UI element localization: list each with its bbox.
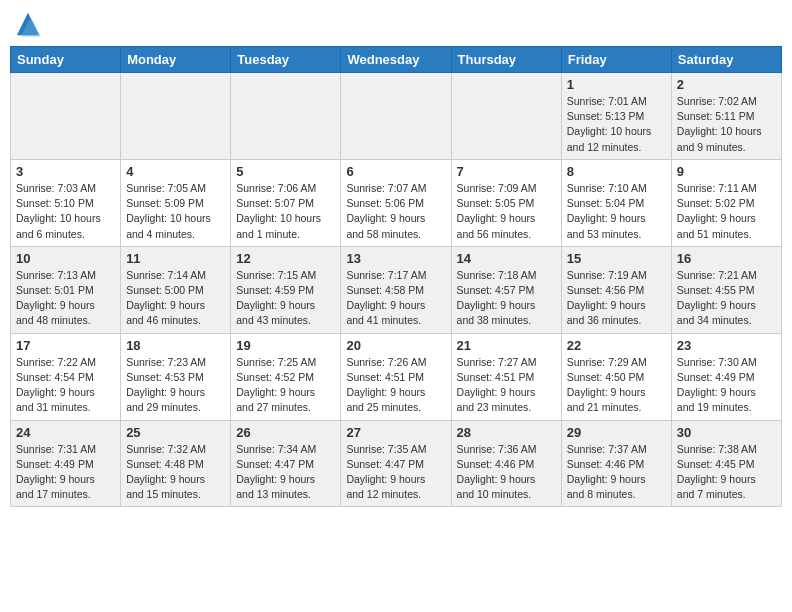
calendar-cell: 6Sunrise: 7:07 AM Sunset: 5:06 PM Daylig… (341, 159, 451, 246)
calendar-cell: 18Sunrise: 7:23 AM Sunset: 4:53 PM Dayli… (121, 333, 231, 420)
day-number: 16 (677, 251, 776, 266)
day-number: 1 (567, 77, 666, 92)
day-number: 11 (126, 251, 225, 266)
day-number: 27 (346, 425, 445, 440)
calendar-cell: 2Sunrise: 7:02 AM Sunset: 5:11 PM Daylig… (671, 73, 781, 160)
calendar-cell: 28Sunrise: 7:36 AM Sunset: 4:46 PM Dayli… (451, 420, 561, 507)
logo-icon (14, 10, 42, 38)
day-info: Sunrise: 7:17 AM Sunset: 4:58 PM Dayligh… (346, 268, 445, 329)
day-info: Sunrise: 7:32 AM Sunset: 4:48 PM Dayligh… (126, 442, 225, 503)
day-number: 26 (236, 425, 335, 440)
day-info: Sunrise: 7:06 AM Sunset: 5:07 PM Dayligh… (236, 181, 335, 242)
day-header-thursday: Thursday (451, 47, 561, 73)
calendar-cell: 29Sunrise: 7:37 AM Sunset: 4:46 PM Dayli… (561, 420, 671, 507)
week-row-2: 3Sunrise: 7:03 AM Sunset: 5:10 PM Daylig… (11, 159, 782, 246)
day-info: Sunrise: 7:19 AM Sunset: 4:56 PM Dayligh… (567, 268, 666, 329)
calendar-cell (341, 73, 451, 160)
day-number: 12 (236, 251, 335, 266)
calendar-cell: 4Sunrise: 7:05 AM Sunset: 5:09 PM Daylig… (121, 159, 231, 246)
calendar-cell: 23Sunrise: 7:30 AM Sunset: 4:49 PM Dayli… (671, 333, 781, 420)
calendar-cell: 22Sunrise: 7:29 AM Sunset: 4:50 PM Dayli… (561, 333, 671, 420)
calendar-cell: 24Sunrise: 7:31 AM Sunset: 4:49 PM Dayli… (11, 420, 121, 507)
day-info: Sunrise: 7:07 AM Sunset: 5:06 PM Dayligh… (346, 181, 445, 242)
calendar-cell: 7Sunrise: 7:09 AM Sunset: 5:05 PM Daylig… (451, 159, 561, 246)
day-number: 4 (126, 164, 225, 179)
day-info: Sunrise: 7:15 AM Sunset: 4:59 PM Dayligh… (236, 268, 335, 329)
day-info: Sunrise: 7:34 AM Sunset: 4:47 PM Dayligh… (236, 442, 335, 503)
calendar-cell: 21Sunrise: 7:27 AM Sunset: 4:51 PM Dayli… (451, 333, 561, 420)
day-info: Sunrise: 7:03 AM Sunset: 5:10 PM Dayligh… (16, 181, 115, 242)
week-row-1: 1Sunrise: 7:01 AM Sunset: 5:13 PM Daylig… (11, 73, 782, 160)
week-row-5: 24Sunrise: 7:31 AM Sunset: 4:49 PM Dayli… (11, 420, 782, 507)
day-number: 10 (16, 251, 115, 266)
calendar-cell: 17Sunrise: 7:22 AM Sunset: 4:54 PM Dayli… (11, 333, 121, 420)
day-number: 24 (16, 425, 115, 440)
day-info: Sunrise: 7:37 AM Sunset: 4:46 PM Dayligh… (567, 442, 666, 503)
calendar-cell (451, 73, 561, 160)
calendar-cell: 8Sunrise: 7:10 AM Sunset: 5:04 PM Daylig… (561, 159, 671, 246)
calendar-cell: 15Sunrise: 7:19 AM Sunset: 4:56 PM Dayli… (561, 246, 671, 333)
day-header-monday: Monday (121, 47, 231, 73)
day-number: 21 (457, 338, 556, 353)
calendar-cell (121, 73, 231, 160)
day-info: Sunrise: 7:31 AM Sunset: 4:49 PM Dayligh… (16, 442, 115, 503)
day-header-wednesday: Wednesday (341, 47, 451, 73)
day-info: Sunrise: 7:30 AM Sunset: 4:49 PM Dayligh… (677, 355, 776, 416)
day-number: 13 (346, 251, 445, 266)
day-header-saturday: Saturday (671, 47, 781, 73)
day-number: 28 (457, 425, 556, 440)
day-number: 7 (457, 164, 556, 179)
page-header (10, 10, 782, 38)
calendar-cell: 1Sunrise: 7:01 AM Sunset: 5:13 PM Daylig… (561, 73, 671, 160)
calendar-cell: 30Sunrise: 7:38 AM Sunset: 4:45 PM Dayli… (671, 420, 781, 507)
calendar-cell: 25Sunrise: 7:32 AM Sunset: 4:48 PM Dayli… (121, 420, 231, 507)
calendar-cell: 10Sunrise: 7:13 AM Sunset: 5:01 PM Dayli… (11, 246, 121, 333)
day-info: Sunrise: 7:38 AM Sunset: 4:45 PM Dayligh… (677, 442, 776, 503)
day-number: 30 (677, 425, 776, 440)
day-number: 22 (567, 338, 666, 353)
day-number: 2 (677, 77, 776, 92)
day-info: Sunrise: 7:27 AM Sunset: 4:51 PM Dayligh… (457, 355, 556, 416)
day-number: 25 (126, 425, 225, 440)
calendar-cell: 14Sunrise: 7:18 AM Sunset: 4:57 PM Dayli… (451, 246, 561, 333)
week-row-3: 10Sunrise: 7:13 AM Sunset: 5:01 PM Dayli… (11, 246, 782, 333)
day-header-sunday: Sunday (11, 47, 121, 73)
day-info: Sunrise: 7:05 AM Sunset: 5:09 PM Dayligh… (126, 181, 225, 242)
calendar-table: SundayMondayTuesdayWednesdayThursdayFrid… (10, 46, 782, 507)
calendar-cell: 12Sunrise: 7:15 AM Sunset: 4:59 PM Dayli… (231, 246, 341, 333)
day-number: 8 (567, 164, 666, 179)
day-number: 9 (677, 164, 776, 179)
day-info: Sunrise: 7:14 AM Sunset: 5:00 PM Dayligh… (126, 268, 225, 329)
day-info: Sunrise: 7:11 AM Sunset: 5:02 PM Dayligh… (677, 181, 776, 242)
day-info: Sunrise: 7:01 AM Sunset: 5:13 PM Dayligh… (567, 94, 666, 155)
day-number: 18 (126, 338, 225, 353)
calendar-cell (231, 73, 341, 160)
day-number: 17 (16, 338, 115, 353)
day-info: Sunrise: 7:26 AM Sunset: 4:51 PM Dayligh… (346, 355, 445, 416)
day-number: 20 (346, 338, 445, 353)
day-info: Sunrise: 7:10 AM Sunset: 5:04 PM Dayligh… (567, 181, 666, 242)
day-info: Sunrise: 7:21 AM Sunset: 4:55 PM Dayligh… (677, 268, 776, 329)
calendar-cell: 11Sunrise: 7:14 AM Sunset: 5:00 PM Dayli… (121, 246, 231, 333)
day-info: Sunrise: 7:13 AM Sunset: 5:01 PM Dayligh… (16, 268, 115, 329)
days-header-row: SundayMondayTuesdayWednesdayThursdayFrid… (11, 47, 782, 73)
calendar-cell: 3Sunrise: 7:03 AM Sunset: 5:10 PM Daylig… (11, 159, 121, 246)
calendar-cell: 27Sunrise: 7:35 AM Sunset: 4:47 PM Dayli… (341, 420, 451, 507)
day-number: 15 (567, 251, 666, 266)
day-header-friday: Friday (561, 47, 671, 73)
calendar-cell: 16Sunrise: 7:21 AM Sunset: 4:55 PM Dayli… (671, 246, 781, 333)
day-number: 3 (16, 164, 115, 179)
calendar-cell: 26Sunrise: 7:34 AM Sunset: 4:47 PM Dayli… (231, 420, 341, 507)
calendar-cell: 19Sunrise: 7:25 AM Sunset: 4:52 PM Dayli… (231, 333, 341, 420)
calendar-cell: 5Sunrise: 7:06 AM Sunset: 5:07 PM Daylig… (231, 159, 341, 246)
day-info: Sunrise: 7:35 AM Sunset: 4:47 PM Dayligh… (346, 442, 445, 503)
day-number: 29 (567, 425, 666, 440)
calendar-cell: 9Sunrise: 7:11 AM Sunset: 5:02 PM Daylig… (671, 159, 781, 246)
day-number: 5 (236, 164, 335, 179)
day-info: Sunrise: 7:23 AM Sunset: 4:53 PM Dayligh… (126, 355, 225, 416)
calendar-cell: 13Sunrise: 7:17 AM Sunset: 4:58 PM Dayli… (341, 246, 451, 333)
day-number: 23 (677, 338, 776, 353)
day-info: Sunrise: 7:36 AM Sunset: 4:46 PM Dayligh… (457, 442, 556, 503)
week-row-4: 17Sunrise: 7:22 AM Sunset: 4:54 PM Dayli… (11, 333, 782, 420)
day-info: Sunrise: 7:02 AM Sunset: 5:11 PM Dayligh… (677, 94, 776, 155)
